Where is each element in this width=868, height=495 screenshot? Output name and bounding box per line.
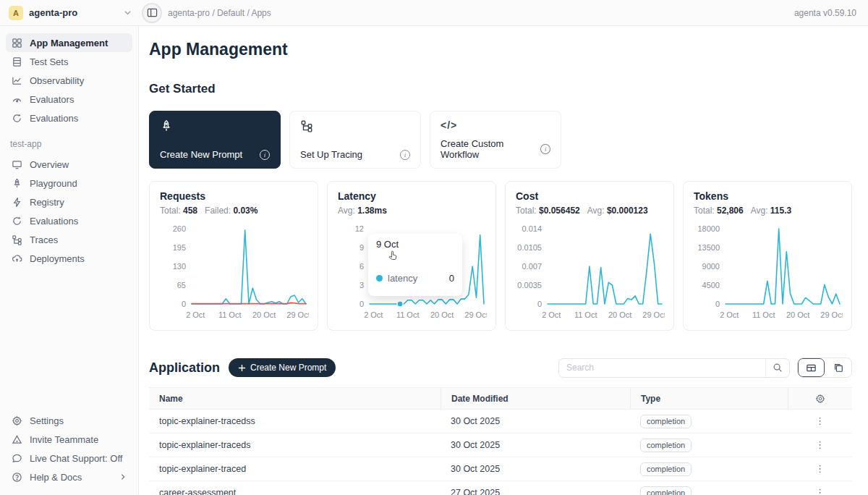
top-header: A agenta-pro agenta-pro / Default / Apps…: [0, 0, 868, 26]
card-label: Set Up Tracing: [300, 149, 362, 160]
chart-stats: Total: 52,806Avg: 115.3: [694, 206, 841, 216]
create-new-prompt-card[interactable]: Create New Prompt i: [149, 111, 281, 169]
search-input[interactable]: [559, 363, 765, 373]
card-view-button[interactable]: [825, 358, 851, 377]
svg-text:0: 0: [182, 300, 186, 308]
tooltip-date: 9 Oct: [376, 239, 454, 250]
refresh-circle-icon: [12, 113, 23, 124]
applications-table: Name Date Modified Type topic-explainer-…: [149, 387, 852, 495]
sidebar-toggle-icon: [147, 7, 158, 18]
sidebar-item-label: Evaluations: [30, 113, 78, 124]
sidebar-item-label: Overview: [30, 159, 69, 170]
sidebar-item-invite-teammate[interactable]: Invite Teammate: [6, 430, 132, 449]
sidebar-item-evaluators[interactable]: Evaluators: [6, 90, 132, 109]
svg-text:20 Oct: 20 Oct: [430, 310, 454, 319]
sidebar-item-settings[interactable]: Settings: [6, 411, 132, 430]
sidebar-item-playground[interactable]: Playground: [6, 174, 132, 192]
app-name: career-assessment: [149, 488, 441, 495]
sidebar-item-registry[interactable]: Registry: [6, 192, 132, 211]
search-icon[interactable]: [765, 359, 789, 377]
sidebar-item-deployments[interactable]: Deployments: [6, 249, 132, 268]
column-header-name[interactable]: Name: [149, 394, 441, 404]
sidebar-item-overview[interactable]: Overview: [6, 155, 132, 174]
card-label: Create Custom Workflow: [441, 138, 540, 160]
sidebar-item-observability[interactable]: Observability: [6, 71, 132, 90]
row-menu-button[interactable]: ⋮: [815, 468, 825, 470]
app-date: 30 Oct 2025: [441, 464, 630, 474]
line-chart-icon: [12, 75, 23, 86]
tooltip-row: latency 0: [376, 273, 454, 284]
tokens-chart[interactable]: 04500900013500180002 Oct11 Oct20 Oct29 O…: [694, 221, 841, 323]
sidebar-item-traces[interactable]: Traces: [6, 230, 132, 249]
gauge-icon: [12, 94, 23, 105]
lightning-icon: [12, 197, 23, 208]
type-badge: completion: [640, 439, 692, 452]
table-row[interactable]: topic-explainer-tracedss 30 Oct 2025 com…: [149, 410, 852, 433]
sidebar-item-label: Help & Docs: [30, 472, 82, 483]
sidebar-item-label: Invite Teammate: [30, 434, 98, 445]
svg-text:29 Oct: 29 Oct: [286, 310, 309, 319]
chart-title: Requests: [160, 190, 307, 202]
cost-chart[interactable]: 00.00350.0070.01050.0142 Oct11 Oct20 Oct…: [516, 221, 663, 323]
table-row[interactable]: topic-explainer-traceds 30 Oct 2025 comp…: [149, 433, 852, 457]
sidebar-item-app-evaluations[interactable]: Evaluations: [6, 211, 132, 230]
info-icon[interactable]: i: [400, 150, 410, 160]
table-row[interactable]: topic-explainer-traced 30 Oct 2025 compl…: [149, 457, 852, 481]
chat-bubble-icon: [12, 453, 23, 464]
set-up-tracing-card[interactable]: Set Up Tracing i: [289, 111, 421, 169]
svg-text:13500: 13500: [697, 243, 720, 252]
app-name: topic-explainer-tracedss: [149, 416, 441, 426]
table-row[interactable]: career-assessment 27 Oct 2025 completion…: [149, 481, 852, 495]
type-badge: completion: [640, 462, 692, 476]
svg-text:4500: 4500: [702, 281, 720, 289]
row-menu-button[interactable]: ⋮: [815, 491, 825, 494]
sidebar-item-label: Test Sets: [30, 56, 68, 67]
row-menu-button[interactable]: ⋮: [815, 444, 825, 447]
type-badge: completion: [640, 415, 692, 428]
svg-text:0.007: 0.007: [522, 262, 542, 271]
svg-text:11 Oct: 11 Oct: [574, 310, 597, 319]
svg-text:0: 0: [715, 300, 720, 308]
sidebar-item-test-sets[interactable]: Test Sets: [6, 52, 132, 71]
svg-text:0: 0: [537, 300, 542, 308]
column-settings[interactable]: [788, 388, 852, 409]
get-started-cards: Create New Prompt i Set Up Tracing i </>…: [149, 111, 852, 169]
sidebar-item-label: Evaluations: [30, 216, 78, 227]
button-label: Create New Prompt: [250, 363, 326, 373]
sidebar-item-label: Playground: [30, 178, 77, 189]
view-toggle: [797, 358, 852, 378]
info-icon[interactable]: i: [260, 150, 270, 160]
chart-stats: Avg: 1.38ms: [338, 206, 485, 216]
help-circle-icon: [12, 472, 23, 483]
row-menu-button[interactable]: ⋮: [815, 420, 825, 423]
workspace-switcher[interactable]: A agenta-pro: [0, 6, 140, 20]
svg-text:0.0105: 0.0105: [517, 243, 542, 252]
sidebar-item-help-docs[interactable]: Help & Docs: [6, 468, 132, 486]
column-header-type[interactable]: Type: [630, 388, 788, 409]
requests-chart-card: Requests Total: 458Failed: 0.03% 0651301…: [149, 181, 318, 331]
column-header-date[interactable]: Date Modified: [441, 388, 630, 409]
chart-tooltip: 9 Oct latency 0: [368, 234, 462, 296]
create-custom-workflow-card[interactable]: </> Create Custom Workflow i: [430, 111, 561, 169]
requests-chart[interactable]: 0651301952602 Oct11 Oct20 Oct29 Oct: [160, 221, 307, 323]
svg-text:65: 65: [177, 281, 186, 289]
sidebar-collapse-button[interactable]: [142, 3, 162, 23]
gear-icon: [815, 394, 825, 404]
svg-text:11 Oct: 11 Oct: [396, 310, 420, 319]
sidebar-item-live-chat[interactable]: Live Chat Support: Off: [6, 449, 132, 468]
sidebar-item-app-management[interactable]: App Management: [6, 33, 132, 52]
gear-icon: [12, 415, 23, 426]
workspace-avatar: A: [9, 6, 23, 20]
plus-icon: [238, 364, 246, 372]
breadcrumb[interactable]: agenta-pro / Default / Apps: [168, 8, 271, 18]
grid-icon: [12, 38, 23, 48]
chevron-down-icon: [124, 9, 132, 17]
sidebar-item-label: App Management: [30, 38, 108, 48]
sidebar-item-evaluations[interactable]: Evaluations: [6, 109, 132, 127]
create-new-prompt-button[interactable]: Create New Prompt: [229, 358, 336, 377]
tooltip-series: latency: [388, 273, 417, 284]
svg-text:29 Oct: 29 Oct: [464, 310, 487, 319]
invite-icon: [12, 434, 23, 445]
table-view-button[interactable]: [798, 358, 825, 377]
info-icon[interactable]: i: [540, 144, 550, 154]
